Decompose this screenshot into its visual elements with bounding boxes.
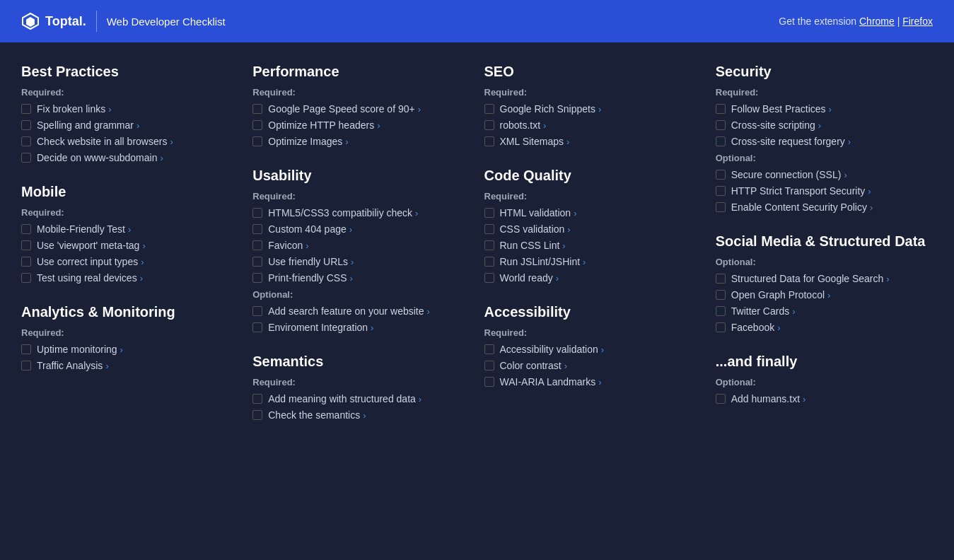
list-item[interactable]: Mobile-Friendly Test ›: [21, 223, 238, 235]
checklist-checkbox[interactable]: [484, 224, 494, 234]
item-label: Optimize Images ›: [268, 136, 348, 147]
list-item[interactable]: Run JSLint/JSHint ›: [484, 256, 702, 267]
item-label: Open Graph Protocol ›: [731, 289, 831, 301]
checklist-checkbox[interactable]: [716, 136, 726, 146]
list-item[interactable]: Favicon ›: [252, 240, 470, 251]
list-item[interactable]: Use friendly URLs ›: [252, 256, 470, 267]
item-label: Fix broken links ›: [37, 103, 112, 115]
list-item[interactable]: Add humans.txt ›: [716, 393, 933, 404]
checklist-checkbox[interactable]: [484, 361, 494, 371]
checklist-checkbox[interactable]: [716, 394, 726, 404]
list-item[interactable]: Add meaning with structured data ›: [252, 393, 470, 404]
checklist-checkbox[interactable]: [484, 240, 494, 250]
item-arrow-icon: ›: [108, 104, 111, 115]
checklist-checkbox[interactable]: [716, 290, 726, 300]
checklist-checkbox[interactable]: [252, 208, 262, 218]
list-item[interactable]: Uptime monitoring ›: [21, 344, 238, 355]
checklist-checkbox[interactable]: [252, 120, 262, 130]
list-item[interactable]: Use correct input types ›: [21, 256, 238, 267]
checklist-checkbox[interactable]: [716, 104, 726, 114]
checklist-checkbox[interactable]: [716, 274, 726, 284]
list-item[interactable]: Spelling and grammar ›: [21, 119, 238, 131]
checklist-checkbox[interactable]: [716, 170, 726, 180]
section-subtitle: Required:: [21, 87, 238, 98]
list-item[interactable]: Check website in all browsers ›: [21, 136, 238, 147]
checklist-checkbox[interactable]: [484, 136, 494, 146]
checklist-checkbox[interactable]: [252, 257, 262, 267]
list-item[interactable]: Secure connection (SSL) ›: [716, 169, 933, 180]
list-item[interactable]: CSS validation ›: [484, 223, 702, 235]
list-item[interactable]: Print-friendly CSS ›: [252, 272, 470, 284]
checklist-checkbox[interactable]: [484, 344, 494, 354]
list-item[interactable]: Google Rich Snippets ›: [484, 103, 702, 115]
list-item[interactable]: HTML validation ›: [484, 207, 702, 218]
list-item[interactable]: Decide on www-subdomain ›: [21, 152, 238, 163]
checklist-checkbox[interactable]: [21, 104, 31, 114]
firefox-link[interactable]: Firefox: [902, 16, 933, 27]
list-item[interactable]: XML Sitemaps ›: [484, 136, 702, 147]
list-item[interactable]: Cross-site scripting ›: [716, 119, 933, 131]
checklist-checkbox[interactable]: [716, 306, 726, 316]
checklist-checkbox[interactable]: [252, 224, 262, 234]
checklist-checkbox[interactable]: [252, 306, 262, 316]
list-item[interactable]: Twitter Cards ›: [716, 305, 933, 317]
list-item[interactable]: Traffic Analysis ›: [21, 360, 238, 371]
list-item[interactable]: Follow Best Practices ›: [716, 103, 933, 115]
checklist-checkbox[interactable]: [21, 120, 31, 130]
checklist-checkbox[interactable]: [484, 208, 494, 218]
list-item[interactable]: Cross-site request forgery ›: [716, 136, 933, 147]
checklist-checkbox[interactable]: [484, 120, 494, 130]
list-item[interactable]: World ready ›: [484, 272, 702, 284]
checklist-checkbox[interactable]: [21, 153, 31, 163]
list-item[interactable]: Use 'viewport' meta-tag ›: [21, 240, 238, 251]
list-item[interactable]: Test using real devices ›: [21, 272, 238, 284]
checklist-checkbox[interactable]: [484, 273, 494, 283]
checklist-checkbox[interactable]: [252, 322, 262, 332]
list-item[interactable]: robots.txt ›: [484, 119, 702, 131]
list-item[interactable]: HTTP Strict Transport Security ›: [716, 185, 933, 197]
checklist-checkbox[interactable]: [484, 257, 494, 267]
checklist-checkbox[interactable]: [21, 224, 31, 234]
list-item[interactable]: Google Page Speed score of 90+ ›: [252, 103, 470, 115]
checklist-checkbox[interactable]: [484, 104, 494, 114]
checklist-checkbox[interactable]: [484, 377, 494, 387]
list-item[interactable]: Fix broken links ›: [21, 103, 238, 115]
list-item[interactable]: Structured Data for Google Search ›: [716, 273, 933, 284]
list-item[interactable]: Optimize Images ›: [252, 136, 470, 147]
checklist-checkbox[interactable]: [21, 344, 31, 354]
list-item[interactable]: Custom 404 page ›: [252, 223, 470, 235]
item-arrow-icon: ›: [567, 224, 570, 235]
list-item[interactable]: Accessibility validation ›: [484, 344, 702, 355]
list-item[interactable]: Color contrast ›: [484, 360, 702, 371]
checklist-checkbox[interactable]: [21, 240, 31, 250]
checklist-checkbox[interactable]: [21, 273, 31, 283]
list-item[interactable]: Enable Content Security Policy ›: [716, 202, 933, 213]
checklist-checkbox[interactable]: [252, 136, 262, 146]
item-arrow-icon: ›: [777, 322, 780, 333]
checklist-checkbox[interactable]: [21, 257, 31, 267]
checklist-checkbox[interactable]: [21, 361, 31, 371]
checklist-checkbox[interactable]: [716, 202, 726, 212]
checklist-checkbox[interactable]: [252, 394, 262, 404]
chrome-link[interactable]: Chrome: [859, 16, 895, 27]
checklist-checkbox[interactable]: [716, 322, 726, 332]
checklist-checkbox[interactable]: [252, 104, 262, 114]
item-label: Add humans.txt ›: [731, 393, 806, 404]
list-item[interactable]: Open Graph Protocol ›: [716, 289, 933, 301]
list-item[interactable]: Check the semantics ›: [252, 409, 470, 421]
checklist-checkbox[interactable]: [716, 186, 726, 196]
list-item[interactable]: HTML5/CSS3 compatibiliy check ›: [252, 207, 470, 218]
list-item[interactable]: Add search feature on your website ›: [252, 305, 470, 317]
list-item[interactable]: Run CSS Lint ›: [484, 240, 702, 251]
checklist-checkbox[interactable]: [252, 240, 262, 250]
list-item[interactable]: Facebook ›: [716, 322, 933, 333]
item-arrow-icon: ›: [141, 257, 144, 267]
checklist-checkbox[interactable]: [21, 136, 31, 146]
list-item[interactable]: Enviroment Integration ›: [252, 322, 470, 333]
checklist-checkbox[interactable]: [252, 273, 262, 283]
list-item[interactable]: WAI-ARIA Landmarks ›: [484, 376, 702, 387]
checklist-checkbox[interactable]: [716, 120, 726, 130]
checklist-checkbox[interactable]: [252, 410, 262, 420]
list-item[interactable]: Optimize HTTP headers ›: [252, 119, 470, 131]
item-arrow-icon: ›: [886, 274, 889, 284]
